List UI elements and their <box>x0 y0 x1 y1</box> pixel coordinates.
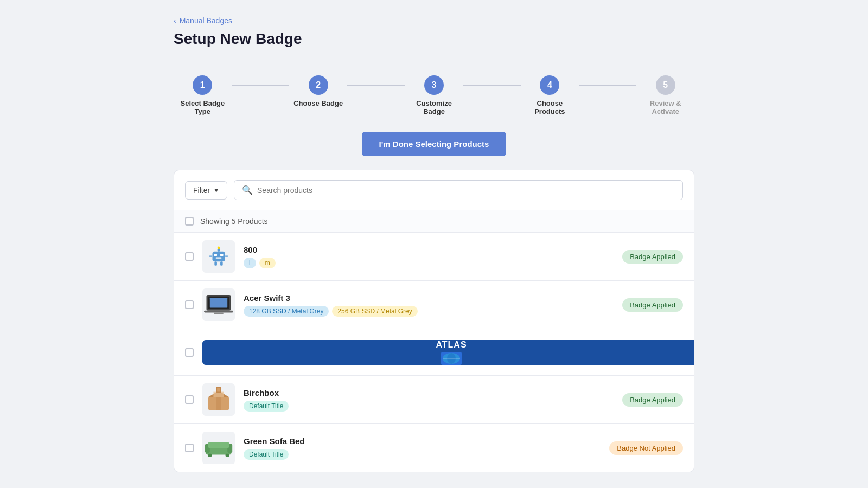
badge-status-green-sofa-bed: Badge Not Applied <box>609 441 683 455</box>
svg-rect-0 <box>213 252 225 261</box>
step-2: 2 Choose Badge <box>289 75 347 107</box>
badge-status-800: Badge Applied <box>622 250 683 264</box>
badge-status-acer-swift-3: Badge Applied <box>622 298 683 312</box>
step-connector-2-3 <box>347 85 405 86</box>
product-row-acer-swift-3: Acer Swift 3 128 GB SSD / Metal Grey256 … <box>174 281 694 329</box>
svg-rect-29 <box>226 454 229 457</box>
product-info-green-sofa-bed: Green Sofa Bed Default Title <box>244 436 601 460</box>
product-checkbox-green-sofa-bed[interactable] <box>185 444 194 452</box>
product-name-800: 800 <box>244 245 614 254</box>
product-row-green-sofa-bed: Green Sofa Bed Default Title Badge Not A… <box>174 424 694 472</box>
product-tags-800: lm <box>244 258 614 268</box>
svg-rect-28 <box>208 454 212 457</box>
title-divider <box>174 59 694 59</box>
step-circle-5: 5 <box>656 75 675 95</box>
step-circle-4: 4 <box>540 75 559 95</box>
step-1: 1 Select Badge Type <box>174 75 232 115</box>
filter-chevron-icon: ▼ <box>213 187 219 194</box>
svg-rect-6 <box>209 255 212 256</box>
breadcrumb-label: Manual Badges <box>180 16 232 25</box>
step-circle-2: 2 <box>309 75 328 95</box>
svg-rect-3 <box>216 258 222 259</box>
product-tag: 256 GB SSD / Metal Grey <box>332 306 417 317</box>
step-circle-3: 3 <box>424 75 444 95</box>
svg-point-5 <box>218 247 220 249</box>
svg-rect-27 <box>208 442 229 448</box>
step-label-3: Customize Badge <box>405 99 463 115</box>
svg-rect-2 <box>220 254 223 256</box>
step-label-2: Choose Badge <box>293 99 343 107</box>
product-thumbnail-800 <box>202 240 235 273</box>
showing-row: Showing 5 Products <box>174 210 694 233</box>
svg-rect-14 <box>214 312 224 314</box>
step-connector-3-4 <box>463 85 521 86</box>
svg-rect-7 <box>225 255 228 256</box>
product-thumbnail-acer-swift-3 <box>202 288 235 321</box>
product-tags-green-sofa-bed: Default Title <box>244 449 601 460</box>
product-tag: m <box>259 258 276 268</box>
product-checkbox-acer-swift-3[interactable] <box>185 300 194 309</box>
stepper: 1 Select Badge Type 2 Choose Badge 3 Cus… <box>174 75 694 115</box>
showing-text: Showing 5 Products <box>200 217 268 226</box>
svg-rect-9 <box>220 261 223 266</box>
product-info-800: 800 lm <box>244 245 614 268</box>
step-circle-1: 1 <box>193 75 212 95</box>
select-all-checkbox[interactable] <box>185 217 194 226</box>
step-3: 3 Customize Badge <box>405 75 463 115</box>
filter-button[interactable]: Filter ▼ <box>185 181 227 200</box>
step-label-4: Choose Products <box>521 99 579 115</box>
chevron-left-icon: ‹ <box>174 16 176 25</box>
toolbar: Filter ▼ 🔍 <box>174 170 694 210</box>
product-checkbox-atlas[interactable] <box>185 348 194 357</box>
done-selecting-button[interactable]: I'm Done Selecting Products <box>362 132 507 156</box>
step-connector-1-2 <box>232 85 290 86</box>
product-tag: l <box>244 258 256 268</box>
product-tags-acer-swift-3: 128 GB SSD / Metal Grey256 GB SSD / Meta… <box>244 306 614 317</box>
product-tag: Default Title <box>244 449 289 460</box>
badge-status-birchbox: Badge Applied <box>622 393 683 407</box>
product-info-birchbox: Birchbox Default Title <box>244 388 614 412</box>
done-btn-container: I'm Done Selecting Products <box>174 132 694 156</box>
svg-rect-1 <box>214 254 217 256</box>
product-thumbnail-birchbox <box>202 383 235 416</box>
svg-rect-12 <box>210 298 227 307</box>
product-list: 800 lm Badge Applied Acer Swift 3 128 GB… <box>174 233 694 472</box>
product-name-birchbox: Birchbox <box>244 388 614 397</box>
breadcrumb[interactable]: ‹ Manual Badges <box>174 16 694 25</box>
product-name-acer-swift-3: Acer Swift 3 <box>244 293 614 303</box>
svg-rect-13 <box>204 311 233 313</box>
search-wrapper: 🔍 <box>234 180 683 200</box>
product-name-green-sofa-bed: Green Sofa Bed <box>244 436 601 446</box>
product-tags-birchbox: Default Title <box>244 401 614 412</box>
step-4: 4 Choose Products <box>521 75 579 115</box>
step-5: 5 Review & Activate <box>636 75 694 115</box>
product-row-birchbox: Birchbox Default Title Badge Applied <box>174 376 694 424</box>
product-thumbnail-green-sofa-bed <box>202 432 235 464</box>
page-title: Setup New Badge <box>174 30 694 48</box>
product-thumbnail-atlas: ATLAS <box>202 340 694 365</box>
product-checkbox-800[interactable] <box>185 252 194 261</box>
svg-rect-23 <box>217 388 220 392</box>
search-input[interactable] <box>257 186 675 195</box>
product-row-800: 800 lm Badge Applied <box>174 233 694 281</box>
step-label-5: Review & Activate <box>636 99 694 115</box>
product-tag: 128 GB SSD / Metal Grey <box>244 306 329 317</box>
svg-rect-8 <box>214 261 217 266</box>
product-row-atlas: ATLAS Atlas Default Title Badge Not Appl… <box>174 329 694 376</box>
filter-label: Filter <box>193 186 210 195</box>
products-panel: Filter ▼ 🔍 Showing 5 Products 800 <box>174 170 694 472</box>
svg-rect-20 <box>216 397 221 410</box>
product-checkbox-birchbox[interactable] <box>185 395 194 404</box>
search-icon: 🔍 <box>242 185 253 195</box>
product-tag: Default Title <box>244 401 289 412</box>
product-info-acer-swift-3: Acer Swift 3 128 GB SSD / Metal Grey256 … <box>244 293 614 317</box>
step-connector-4-5 <box>579 85 637 86</box>
step-label-1: Select Badge Type <box>174 99 232 115</box>
